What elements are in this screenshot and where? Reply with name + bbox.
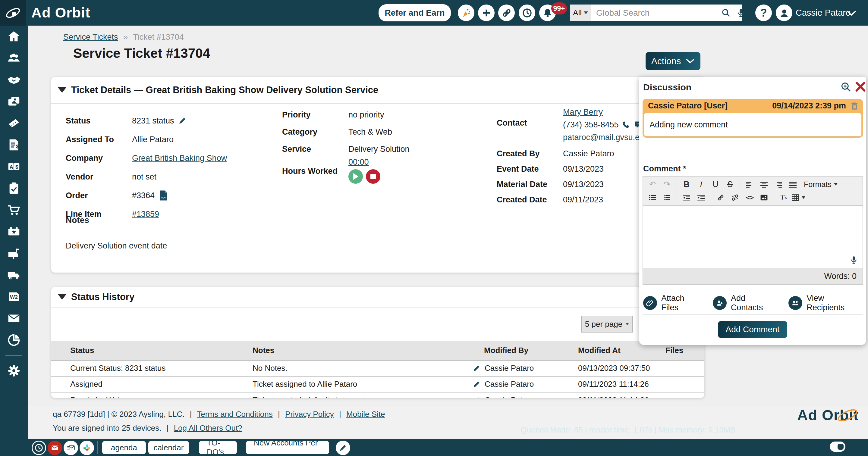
actions-button[interactable]: Actions xyxy=(646,52,701,70)
edit-status-icon[interactable] xyxy=(179,117,186,125)
sidebar-item-w2[interactable]: W2 xyxy=(0,286,28,307)
brand-logo[interactable]: Ad Orbit xyxy=(31,4,90,21)
taskbar-button-agenda[interactable]: agenda xyxy=(102,441,146,454)
taskbar-button-todos[interactable]: TO-DO's xyxy=(199,441,237,454)
add-comment-button[interactable]: Add Comment xyxy=(718,321,787,338)
chat-toggle-button[interactable] xyxy=(830,442,845,452)
zoom-in-icon[interactable] xyxy=(840,81,852,93)
company-link[interactable]: Great British Baking Show xyxy=(132,154,227,163)
help-button[interactable]: ? xyxy=(755,4,772,21)
formats-dropdown[interactable]: Formats xyxy=(801,178,841,190)
table-row[interactable]: Ready for Web Ticket created, default st… xyxy=(51,392,704,398)
table-dropdown[interactable] xyxy=(792,192,805,204)
time-tracker-button[interactable] xyxy=(32,441,46,455)
sidebar-item-contacts[interactable] xyxy=(0,47,28,69)
outdent-icon[interactable] xyxy=(680,192,693,204)
strikethrough-icon[interactable]: S xyxy=(723,178,737,190)
bold-icon[interactable]: B xyxy=(680,178,693,190)
table-row[interactable]: Current Status: 8231 status No Notes. Ca… xyxy=(51,360,704,376)
sidebar-item-invoices[interactable]: $ xyxy=(0,134,28,156)
sidebar-item-store[interactable] xyxy=(0,199,28,221)
quick-add-button[interactable] xyxy=(478,4,495,21)
phone-icon[interactable] xyxy=(622,120,631,129)
delete-comment-icon[interactable] xyxy=(850,101,859,110)
sidebar-item-email[interactable] xyxy=(0,307,28,329)
add-contacts-button[interactable]: Add Contacts xyxy=(713,294,778,312)
align-right-icon[interactable] xyxy=(772,178,785,190)
attach-files-button[interactable]: Attach Files xyxy=(643,294,702,312)
voice-search-mic-icon[interactable] xyxy=(736,8,746,18)
dictation-mic-icon[interactable] xyxy=(849,255,858,265)
italic-icon[interactable]: I xyxy=(694,178,708,190)
sidebar-item-logistics[interactable] xyxy=(0,264,28,286)
remove-link-icon[interactable] xyxy=(728,192,742,204)
breadcrumb-link-service-tickets[interactable]: Service Tickets xyxy=(63,33,118,41)
sidebar-item-tasks[interactable] xyxy=(0,177,28,199)
orbit-logo-icon[interactable] xyxy=(0,0,26,26)
view-recipients-button[interactable]: View Recipients xyxy=(788,294,862,312)
sidebar-item-media[interactable] xyxy=(0,91,28,112)
user-avatar[interactable] xyxy=(776,4,792,21)
user-menu[interactable]: Cassie Pataro xyxy=(796,8,850,18)
chevron-down-icon[interactable] xyxy=(846,10,857,17)
pdf-icon[interactable]: PDF xyxy=(159,190,168,201)
insert-image-icon[interactable] xyxy=(757,192,771,204)
sidebar-item-mailbox[interactable] xyxy=(0,242,28,264)
per-page-select[interactable]: 5 per page xyxy=(581,316,632,332)
sidebar-item-tickets[interactable] xyxy=(0,112,28,134)
underline-icon[interactable]: U xyxy=(709,178,722,190)
taskbar-button-calendar[interactable]: calendar xyxy=(148,441,189,454)
collapse-icon[interactable] xyxy=(58,294,66,300)
sidebar-item-rate-cards[interactable]: A $ xyxy=(0,156,28,177)
edit-row-icon[interactable] xyxy=(472,396,480,398)
taskbar-button-new-accounts[interactable]: New Accounts Per ... xyxy=(246,441,329,454)
search-scope-select[interactable]: All xyxy=(570,4,591,21)
comment-text[interactable]: Adding new comment xyxy=(644,113,862,136)
sidebar-item-home[interactable] xyxy=(0,26,28,47)
edit-row-icon[interactable] xyxy=(472,381,480,388)
insert-link-icon[interactable] xyxy=(714,192,727,204)
global-search-input[interactable] xyxy=(591,4,742,21)
align-left-icon[interactable] xyxy=(743,178,756,190)
align-center-icon[interactable] xyxy=(757,178,771,190)
sidebar-item-settings[interactable] xyxy=(0,360,28,382)
align-justify-icon[interactable] xyxy=(786,178,800,190)
history-button[interactable] xyxy=(519,4,535,21)
comment-input-area[interactable] xyxy=(643,206,863,268)
taskbar-edit-button[interactable] xyxy=(336,441,350,455)
sidebar-item-partners[interactable] xyxy=(0,69,28,91)
clear-formatting-icon[interactable]: Tx xyxy=(777,192,790,204)
service-value: Delivery Solution xyxy=(348,144,410,154)
row-status: Ready for Web xyxy=(70,395,253,398)
hours-worked-link[interactable]: 00:00 xyxy=(348,158,380,167)
field-label: Status xyxy=(66,116,132,126)
bullet-list-icon[interactable] xyxy=(646,192,659,204)
undo-icon[interactable]: ↶ xyxy=(646,178,659,190)
search-icon[interactable] xyxy=(721,8,731,18)
mobile-site-link[interactable]: Mobile Site xyxy=(346,410,385,419)
refer-and-earn-button[interactable]: Refer and Earn xyxy=(378,4,451,21)
stop-timer-button[interactable] xyxy=(366,169,380,184)
sidebar-item-reports[interactable] xyxy=(0,329,28,351)
terms-link[interactable]: Terms and Conditions xyxy=(197,410,273,419)
links-button[interactable] xyxy=(498,4,515,21)
sidebar-item-awards[interactable] xyxy=(0,221,28,242)
edit-row-icon[interactable] xyxy=(472,364,480,372)
logout-others-link[interactable]: Log All Others Out? xyxy=(174,423,242,432)
redo-icon[interactable]: ↷ xyxy=(660,178,674,190)
line-item-link[interactable]: #13859 xyxy=(132,209,159,219)
close-icon[interactable] xyxy=(855,81,866,93)
code-icon[interactable]: <> xyxy=(743,192,756,204)
privacy-link[interactable]: Privacy Policy xyxy=(285,410,334,419)
celebration-button[interactable] xyxy=(458,4,474,21)
gmail-button[interactable] xyxy=(48,441,62,455)
numbered-list-icon[interactable] xyxy=(660,192,674,204)
collapse-icon[interactable] xyxy=(58,87,66,93)
indent-icon[interactable] xyxy=(694,192,708,204)
start-timer-button[interactable] xyxy=(348,169,363,184)
contact-name-link[interactable]: Mary Berry xyxy=(563,107,603,117)
newsletter-button[interactable] xyxy=(64,441,78,455)
slack-button[interactable] xyxy=(80,441,94,455)
table-row[interactable]: Assigned Ticket assigned to Allie Pataro… xyxy=(51,376,704,392)
contact-email-link[interactable]: pataroc@mail.gvsu.edu xyxy=(563,133,649,142)
